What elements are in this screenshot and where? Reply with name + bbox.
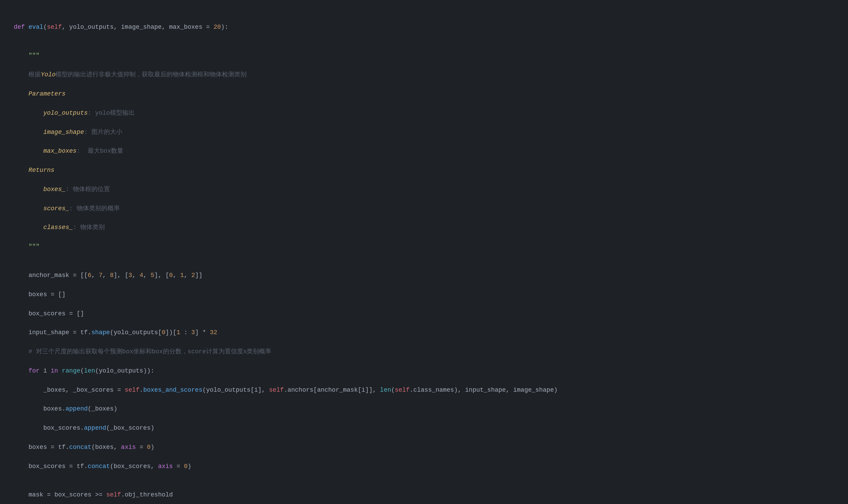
line-box-scores-init: box_scores = []	[14, 309, 848, 319]
fn-eval: eval	[28, 24, 43, 30]
line-docstring-2: Parameters	[14, 89, 848, 99]
doc-yolo: Yolo	[41, 71, 55, 78]
line-anchor-mask: anchor_mask = [[6, 7, 8], [3, 4, 5], [0,…	[14, 271, 848, 280]
line-docstring-open: """	[14, 51, 848, 61]
line-docstring-1: 根据Yolo模型的输出进行非极大值抑制，获取最后的物体检测框和物体检测类别	[14, 70, 848, 80]
doc-cn-1: 根据	[28, 71, 41, 78]
line-docstring-9: classes_: 物体类别	[14, 223, 848, 232]
doc-cn-2: 模型的输出进行非极大值抑制，获取最后的物体检测框和物体检测类别	[55, 71, 247, 78]
line-docstring-6: Returns	[14, 166, 848, 175]
line-docstring-8: scores_: 物体类别的概率	[14, 204, 848, 214]
line-docstring-close: """	[14, 242, 848, 252]
doc-scores: scores_	[43, 205, 69, 212]
docstring-close: """	[28, 243, 39, 250]
docstring-open: """	[28, 52, 39, 59]
line-input-shape: input_shape = tf.shape(yolo_outputs[0])[…	[14, 328, 848, 338]
line-box-scores-concat: box_scores = tf.concat(box_scores, axis …	[14, 462, 848, 471]
param-self: self	[47, 24, 62, 30]
param-image-shape: image_shape	[121, 24, 162, 30]
param-yolo-outputs: yolo_outputs	[69, 24, 114, 30]
doc-boxes: boxes_	[43, 186, 65, 193]
line-mask: mask = box_scores >= self.obj_threshold	[14, 490, 848, 500]
line-1: def eval(self, yolo_outputs, image_shape…	[14, 23, 848, 32]
doc-max-boxes: max_boxes	[43, 148, 76, 154]
line-box-scores-append: box_scores.append(_box_scores)	[14, 424, 848, 433]
line-docstring-5: max_boxes: 最大box数量	[14, 147, 848, 156]
param-max-boxes: max_boxes	[169, 24, 202, 30]
line-docstring-4: image_shape: 图片的大小	[14, 128, 848, 137]
line-boxes-init: boxes = []	[14, 290, 848, 300]
code-editor: def eval(self, yolo_outputs, image_shape…	[0, 0, 848, 504]
doc-classes: classes_	[43, 224, 73, 231]
line-docstring-7: boxes_: 物体框的位置	[14, 185, 848, 194]
doc-yolo-outputs: yolo_outputs	[43, 110, 88, 116]
line-boxes-scores: _boxes, _box_scores = self.boxes_and_sco…	[14, 386, 848, 395]
line-comment-1: # 对三个尺度的输出获取每个预测box坐标和box的分数，score计算为置信度…	[14, 347, 848, 357]
doc-image-shape: image_shape	[43, 129, 84, 136]
line-boxes-concat: boxes = tf.concat(boxes, axis = 0)	[14, 443, 848, 452]
line-for-i: for i in range(len(yolo_outputs)):	[14, 366, 848, 376]
line-boxes-append: boxes.append(_boxes)	[14, 404, 848, 414]
line-docstring-3: yolo_outputs: yolo模型输出	[14, 109, 848, 118]
doc-parameters: Parameters	[28, 90, 65, 97]
doc-returns: Returns	[28, 167, 54, 174]
keyword-def: def	[14, 24, 25, 30]
